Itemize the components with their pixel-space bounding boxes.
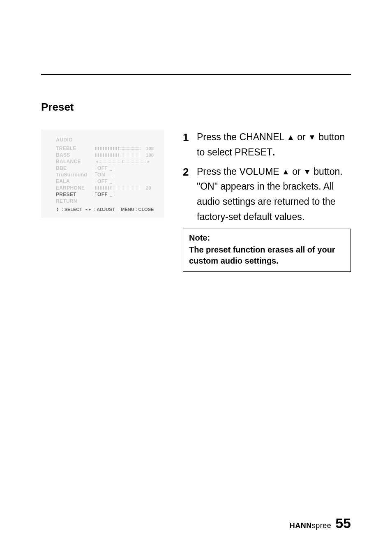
osd-row-treble: TREBLE 108 (41, 145, 164, 152)
osd-label: TruSurround (56, 172, 95, 178)
osd-value: OFF (95, 178, 112, 184)
osd-label: BBE (56, 165, 95, 171)
osd-value: 20 (95, 185, 151, 190)
osd-footer-select: : SELECT (62, 207, 82, 212)
osd-value: OFF (95, 192, 112, 197)
bracket-right-icon (110, 192, 112, 197)
osd-value: ◄ ► (95, 160, 150, 164)
osd-row-return: RETURN (41, 198, 164, 204)
osd-row-trusurround: TruSurround ON (41, 171, 164, 178)
slider-icon (95, 186, 141, 190)
step-2: 2 Press the VOLUME ▲ or ▼ button. "ON" a… (183, 164, 351, 225)
osd-menu-box: AUDIO TREBLE 108 BASS 108 BALANCE ◄ ► (41, 130, 164, 218)
osd-label: BALANCE (56, 159, 95, 164)
osd-value: ON (95, 172, 112, 178)
up-triangle-icon: ▲ (282, 166, 290, 178)
speaker-left-icon: ◄ (95, 160, 99, 164)
instructions: 1 Press the CHANNEL ▲ or ▼ button to sel… (183, 130, 351, 272)
osd-label: RETURN (56, 198, 95, 204)
osd-value: 108 (95, 146, 154, 151)
leftright-arrow-icon: ◄► (85, 208, 92, 211)
osd-row-earphone: EARPHONE 20 (41, 185, 164, 191)
step-1: 1 Press the CHANNEL ▲ or ▼ button to sel… (183, 130, 351, 160)
up-triangle-icon: ▲ (287, 131, 295, 144)
osd-row-bbe: BBE OFF (41, 165, 164, 171)
osd-footer: ▲▼ : SELECT ◄► : ADJUST MENU : CLOSE (41, 204, 164, 212)
osd-label: EARPHONE (56, 185, 95, 191)
speaker-right-icon: ► (147, 160, 150, 164)
osd-row-bass: BASS 108 (41, 152, 164, 158)
osd-value: 108 (95, 153, 154, 158)
osd-label: EALA (56, 178, 95, 184)
osd-footer-close: MENU : CLOSE (121, 207, 154, 212)
down-triangle-icon: ▼ (303, 166, 311, 178)
bracket-right-icon (110, 179, 112, 184)
page-footer: HANNspree 55 (290, 515, 351, 531)
osd-label: PRESET (56, 192, 95, 197)
balance-slider-icon: ◄ ► (95, 160, 150, 164)
section-heading: Preset (41, 101, 74, 114)
step-number: 2 (183, 164, 197, 225)
osd-label: TREBLE (56, 146, 95, 151)
step-text: Press the CHANNEL ▲ or ▼ button to selec… (197, 130, 351, 160)
page-number: 55 (335, 515, 351, 531)
brand-logo: HANNspree (290, 521, 332, 530)
note-title: Note: (189, 233, 345, 243)
osd-row-balance: BALANCE ◄ ► (41, 158, 164, 165)
osd-menu-title: AUDIO (41, 137, 164, 143)
bracket-right-icon (110, 172, 112, 177)
osd-row-eala: EALA OFF (41, 178, 164, 185)
updown-arrow-icon: ▲▼ (56, 207, 59, 211)
osd-label: BASS (56, 152, 95, 158)
osd-value: OFF (95, 165, 112, 171)
step-text: Press the VOLUME ▲ or ▼ button. "ON" app… (197, 164, 351, 225)
osd-row-preset: PRESET OFF (41, 191, 164, 198)
note-box: Note: The preset function erases all of … (183, 229, 351, 272)
slider-icon (95, 153, 141, 157)
step-number: 1 (183, 130, 197, 160)
note-body: The preset function erases all of your c… (189, 244, 345, 266)
down-triangle-icon: ▼ (308, 131, 316, 144)
slider-icon (95, 147, 141, 150)
osd-footer-adjust: : ADJUST (94, 207, 115, 212)
horizontal-rule (41, 74, 351, 75)
bracket-right-icon (110, 166, 112, 171)
